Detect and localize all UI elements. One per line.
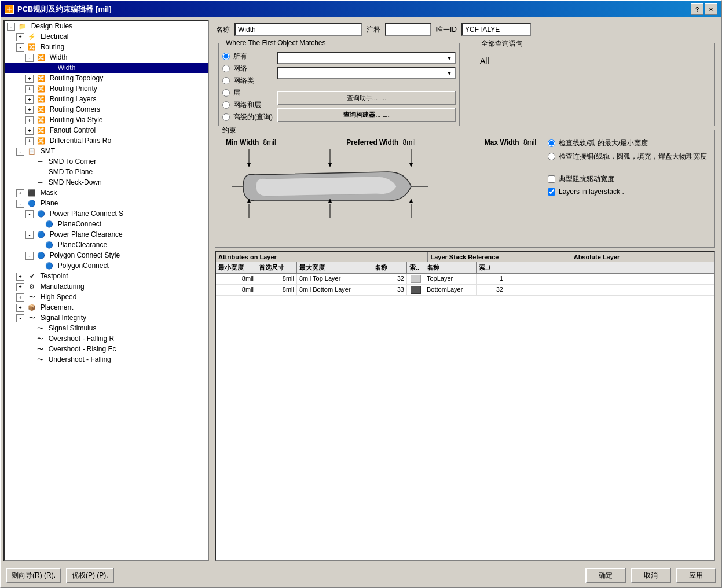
tree-panel: - 📁 Design Rules + ⚡ Electrical - 🔀 Rout… xyxy=(3,20,209,561)
tree-item-testpoint[interactable]: + ✔ Testpoint xyxy=(5,271,208,281)
high-speed-icon: 〜 xyxy=(27,292,36,302)
radio-track-arc[interactable] xyxy=(548,139,555,147)
expand-testpoint[interactable]: + xyxy=(16,273,24,281)
tree-item-electrical[interactable]: + ⚡ Electrical xyxy=(5,31,208,42)
tree-item-diff-pairs[interactable]: + 🔀 Differential Pairs Ro xyxy=(5,135,208,146)
radio-netlayer[interactable] xyxy=(222,101,230,109)
th-pref-size: 首选尺寸 xyxy=(256,262,297,273)
tree-item-routing[interactable]: - 🔀 Routing xyxy=(5,42,208,52)
expand-polygon-connect[interactable]: - xyxy=(25,252,34,260)
expand-routing-topology[interactable]: + xyxy=(25,75,34,83)
tree-item-width-group[interactable]: - 🔀 Width xyxy=(5,52,208,63)
wizard-button[interactable]: 则向导(R) (R). xyxy=(6,568,61,583)
expand-design-rules[interactable]: - xyxy=(7,23,15,31)
tree-item-plane-clearance[interactable]: 🔵 PlaneClearance xyxy=(5,240,208,250)
tree-item-routing-corners[interactable]: + 🔀 Routing Corners xyxy=(5,104,208,115)
expand-pp-clearance[interactable]: - xyxy=(25,231,34,239)
tree-item-design-rules[interactable]: - 📁 Design Rules xyxy=(5,21,208,31)
net-dropdown[interactable]: ▼ xyxy=(277,52,456,64)
td-name-index-1: 32 xyxy=(372,274,407,284)
expand-mask[interactable]: + xyxy=(16,189,24,197)
expand-manufacturing[interactable]: + xyxy=(16,283,24,291)
tree-item-smt[interactable]: - 📋 SMT xyxy=(5,146,208,156)
radio-netclass[interactable] xyxy=(222,77,230,84)
th-layer-stack-reference: Layer Stack Reference xyxy=(428,252,571,262)
layers-in-layerstack-checkbox[interactable] xyxy=(548,188,555,196)
expand-plane[interactable]: - xyxy=(16,200,24,208)
radio-all[interactable] xyxy=(222,53,230,60)
id-label: 唯一ID xyxy=(436,25,457,35)
expand-fanout[interactable]: + xyxy=(25,127,34,135)
expand-routing[interactable]: - xyxy=(16,43,24,52)
tree-item-fanout[interactable]: + 🔀 Fanout Control xyxy=(5,125,208,135)
radio-net[interactable] xyxy=(222,65,230,72)
tree-label: SMD To Plane xyxy=(49,168,93,176)
tree-item-routing-layers[interactable]: + 🔀 Routing Layers xyxy=(5,94,208,104)
tree-item-routing-priority[interactable]: + 🔀 Routing Priority xyxy=(5,83,208,94)
typical-impedance-checkbox[interactable] xyxy=(548,175,555,183)
ok-button[interactable]: 确定 xyxy=(585,568,626,583)
pp-clearance-icon: 🔵 xyxy=(36,230,46,239)
apply-button[interactable]: 应用 xyxy=(676,568,716,583)
tree-item-plane-connect[interactable]: 🔵 PlaneConnect xyxy=(5,219,208,229)
tree-label: Differential Pairs Ro xyxy=(50,137,112,145)
tree-item-mask[interactable]: + ⬛ Mask xyxy=(5,188,208,198)
width-leaf-icon: ─ xyxy=(45,63,54,72)
tree-label: PolygonConnect xyxy=(58,262,109,270)
plane-connect-icon: 🔵 xyxy=(45,219,54,229)
tree-item-plane[interactable]: - 🔵 Plane xyxy=(5,198,208,208)
pp-connect-icon: 🔵 xyxy=(36,209,46,218)
expand-routing-via[interactable]: + xyxy=(25,116,34,124)
tree-label: Polygon Connect Style xyxy=(50,251,120,259)
expand-placement[interactable]: + xyxy=(16,304,24,312)
tree-item-pp-clearance[interactable]: - 🔵 Power Plane Clearance xyxy=(5,229,208,240)
expand-signal-integrity[interactable]: - xyxy=(16,314,24,322)
constraint-content: Min Width 8mil Preferred Width 8mil Max … xyxy=(220,138,710,242)
tree-item-smd-neckdown[interactable]: ─ SMD Neck-Down xyxy=(5,177,208,188)
tree-item-overshoot-rising[interactable]: 〜 Overshoot - Rising Ec xyxy=(5,344,208,354)
tree-item-overshoot-falling[interactable]: 〜 Overshoot - Falling R xyxy=(5,333,208,344)
tree-item-high-speed[interactable]: + 〜 High Speed xyxy=(5,292,208,302)
priority-button[interactable]: 优权(P) (P). xyxy=(66,568,114,583)
cancel-button[interactable]: 取消 xyxy=(631,568,671,583)
tree-item-routing-via[interactable]: + 🔀 Routing Via Style xyxy=(5,115,208,125)
width-group-icon: 🔀 xyxy=(36,53,46,62)
note-input[interactable] xyxy=(385,23,431,36)
expand-high-speed[interactable]: + xyxy=(16,293,24,302)
tree-item-smd-plane[interactable]: ─ SMD To Plane xyxy=(5,167,208,177)
th-absolute-layer: Absolute Layer xyxy=(571,252,714,262)
tree-item-placement[interactable]: + 📦 Placement xyxy=(5,302,208,313)
radio-netlayer-row: 网络和层 xyxy=(222,100,273,110)
tree-item-polygon-connect[interactable]: - 🔵 Polygon Connect Style xyxy=(5,250,208,260)
td-abs-name-2: BottomLayer xyxy=(424,285,477,295)
radio-advanced-row: 高级的(查询) xyxy=(222,112,273,122)
help-button[interactable]: ? xyxy=(691,3,703,15)
expand-electrical[interactable]: + xyxy=(16,33,24,41)
radio-layer[interactable] xyxy=(222,89,230,97)
expand-width-group[interactable]: - xyxy=(25,54,34,62)
expand-routing-corners[interactable]: + xyxy=(25,106,34,114)
id-input[interactable] xyxy=(461,23,531,36)
radio-advanced[interactable] xyxy=(222,113,230,121)
expand-routing-priority[interactable]: + xyxy=(25,85,34,93)
query-builder-button[interactable]: 查询构建器... .... xyxy=(277,108,456,122)
expand-smt[interactable]: - xyxy=(16,148,24,156)
expand-routing-layers[interactable]: + xyxy=(25,95,34,104)
tree-item-signal-integrity[interactable]: - 〜 Signal Integrity xyxy=(5,313,208,323)
name-input[interactable] xyxy=(234,23,362,36)
netclass-dropdown[interactable]: ▼ xyxy=(277,67,456,79)
tree-item-width-selected[interactable]: ─ Width xyxy=(5,63,208,73)
query-helper-button[interactable]: 查询助手... .... xyxy=(277,91,456,105)
tree-item-undershoot-falling[interactable]: 〜 Undershoot - Falling xyxy=(5,354,208,365)
tree-item-routing-topology[interactable]: + 🔀 Routing Topology xyxy=(5,73,208,83)
radio-copper[interactable] xyxy=(548,153,555,160)
close-button[interactable]: × xyxy=(705,3,717,15)
tree-item-pp-connect[interactable]: - 🔵 Power Plane Connect S xyxy=(5,208,208,219)
expand-diff-pairs[interactable]: + xyxy=(25,137,34,145)
tree-item-polygon-connect-leaf[interactable]: 🔵 PolygonConnect xyxy=(5,260,208,271)
expand-pp-connect[interactable]: - xyxy=(25,210,34,218)
tree-item-smd-corner[interactable]: ─ SMD To Corner xyxy=(5,156,208,167)
tree-item-manufacturing[interactable]: + ⚙ Manufacturing xyxy=(5,281,208,292)
fanout-icon: 🔀 xyxy=(36,126,46,135)
tree-item-signal-stimulus[interactable]: 〜 Signal Stimulus xyxy=(5,323,208,333)
